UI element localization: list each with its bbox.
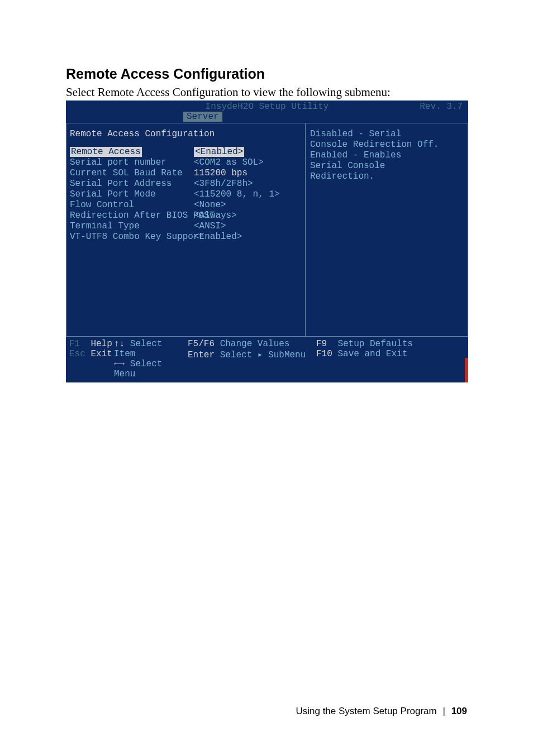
key-leftright: ←→: [114, 359, 125, 369]
setting-label: Redirection After BIOS POST: [70, 210, 194, 221]
bios-title: InsydeH2O Setup Utility: [66, 101, 468, 112]
footer-edge-decoration: [465, 358, 468, 382]
setting-label: Serial port number: [70, 157, 194, 168]
setting-value: 115200 bps: [194, 168, 248, 179]
setting-redirection-after-bios-post[interactable]: Redirection After BIOS POST <Always>: [70, 210, 302, 221]
setting-terminal-type[interactable]: Terminal Type <ANSI>: [70, 221, 302, 232]
bios-help-text: Disabled - Serial Console Redirection Of…: [310, 129, 463, 182]
bios-help-panel: Disabled - Serial Console Redirection Of…: [305, 123, 468, 337]
setting-label: Terminal Type: [70, 221, 194, 232]
setting-value: <None>: [194, 200, 226, 210]
desc-change-values: Change Values: [220, 339, 290, 349]
bios-section-title: Remote Access Configuration: [70, 129, 302, 139]
key-enter: Enter: [188, 350, 215, 360]
setting-vt-utf8-combo-key-support[interactable]: VT-UTF8 Combo Key Support <Enabled>: [70, 232, 302, 242]
setting-label: Serial Port Mode: [70, 189, 194, 200]
desc-select-submenu: Select ▸ SubMenu: [220, 350, 306, 360]
key-f10: F10: [316, 349, 332, 359]
desc-help: Help: [91, 339, 112, 349]
desc-setup-defaults: Setup Defaults: [337, 339, 412, 349]
setting-serial-port-number[interactable]: Serial port number <COM2 as SOL>: [70, 157, 302, 168]
desc-save-and-exit: Save and Exit: [337, 349, 407, 359]
setting-remote-access[interactable]: Remote Access <Enabled>: [70, 147, 302, 157]
key-f9: F9: [316, 339, 327, 349]
setting-value: <3F8h/2F8h>: [194, 179, 253, 189]
setting-serial-port-address[interactable]: Serial Port Address <3F8h/2F8h>: [70, 179, 302, 189]
section-heading: Remote Access Configuration: [66, 66, 467, 82]
footer-page-number: 109: [451, 706, 467, 716]
section-intro: Select Remote Access Configuration to vi…: [66, 85, 467, 99]
setting-label: Flow Control: [70, 200, 194, 210]
setting-label: Current SOL Baud Rate: [70, 168, 194, 179]
key-esc: Esc: [69, 349, 85, 359]
setting-value: <Always>: [194, 210, 237, 221]
bios-tab-server[interactable]: Server: [183, 112, 222, 122]
desc-exit: Exit: [91, 349, 112, 359]
setting-current-sol-baud-rate: Current SOL Baud Rate 115200 bps: [70, 168, 302, 179]
setting-value: <ANSI>: [194, 221, 226, 232]
bios-screenshot: InsydeH2O Setup Utility Rev. 3.7 Server …: [66, 101, 468, 382]
setting-label: Serial Port Address: [70, 179, 194, 189]
setting-serial-port-mode[interactable]: Serial Port Mode <115200 8, n, 1>: [70, 189, 302, 200]
setting-value: <Enabled>: [194, 147, 244, 157]
bios-settings-panel: Remote Access Configuration Remote Acces…: [66, 123, 305, 337]
setting-value: <Enabled>: [194, 232, 242, 242]
footer-separator: |: [442, 706, 445, 716]
setting-label: Remote Access: [70, 147, 142, 157]
page-footer: Using the System Setup Program | 109: [296, 706, 467, 717]
setting-label: VT-UTF8 Combo Key Support: [70, 232, 194, 242]
setting-value: <COM2 as SOL>: [194, 157, 264, 168]
footer-text: Using the System Setup Program: [296, 706, 436, 716]
key-updown: ↑↓: [114, 339, 125, 349]
key-f5f6: F5/F6: [188, 339, 215, 349]
bios-revision: Rev. 3.7: [420, 102, 463, 112]
bios-footer: F1 Help Esc Exit ↑↓ Select Item ←→ Selec…: [66, 337, 468, 382]
setting-flow-control[interactable]: Flow Control <None>: [70, 200, 302, 210]
bios-settings-list: Remote Access <Enabled> Serial port numb…: [70, 147, 302, 242]
key-f1: F1: [69, 339, 80, 349]
setting-value: <115200 8, n, 1>: [194, 189, 280, 200]
bios-tab-bar: Server: [66, 112, 468, 123]
